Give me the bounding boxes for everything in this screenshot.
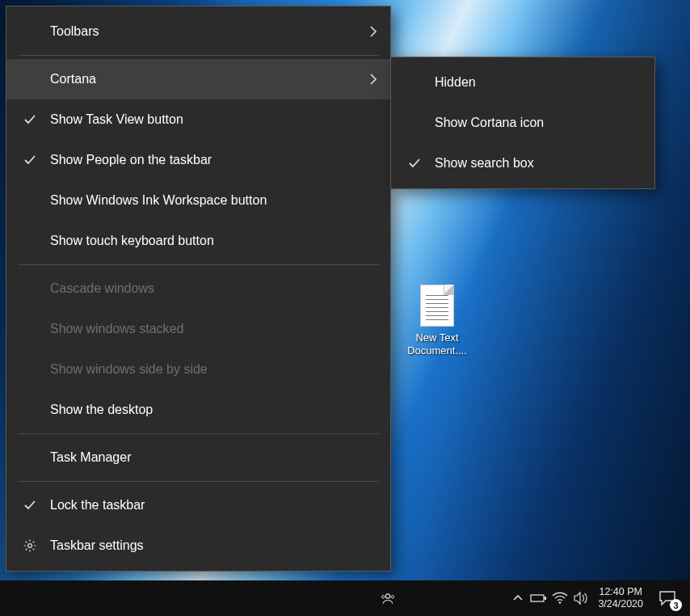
taskbar[interactable]: 12:40 PM 3/24/2020 3 <box>0 580 690 616</box>
svg-point-1 <box>385 594 389 598</box>
check-icon <box>406 154 423 172</box>
check-icon <box>21 111 39 129</box>
clock-date: 3/24/2020 <box>598 598 643 610</box>
menu-item-cortana[interactable]: Cortana <box>6 59 390 99</box>
submenu-item-show-search-box[interactable]: Show search box <box>391 143 654 184</box>
menu-item-label: Show the desktop <box>50 403 153 417</box>
notification-count-badge: 3 <box>670 599 682 611</box>
submenu-item-show-cortana-icon[interactable]: Show Cortana icon <box>391 103 654 143</box>
svg-rect-5 <box>545 597 546 600</box>
menu-item-label: Show Cortana icon <box>435 116 544 130</box>
svg-point-3 <box>391 596 393 598</box>
svg-rect-4 <box>531 595 544 601</box>
menu-item-label: Toolbars <box>50 24 99 39</box>
submenu-item-hidden[interactable]: Hidden <box>391 62 654 103</box>
menu-item-label: Show Windows Ink Workspace button <box>50 193 267 208</box>
menu-item-cascade-windows: Cascade windows <box>6 268 390 309</box>
menu-item-label: Show windows side by side <box>50 362 208 377</box>
cortana-submenu: Hidden Show Cortana icon Show search box <box>390 57 655 189</box>
gear-icon <box>21 537 39 555</box>
chevron-right-icon <box>368 26 379 37</box>
wifi-icon[interactable] <box>549 580 570 616</box>
text-document-icon <box>420 285 454 327</box>
battery-icon[interactable] <box>528 580 549 616</box>
menu-item-task-manager[interactable]: Task Manager <box>6 437 390 478</box>
taskbar-context-menu: Toolbars Cortana Show Task View button S… <box>6 6 391 572</box>
svg-point-6 <box>559 601 562 604</box>
menu-item-show-the-desktop[interactable]: Show the desktop <box>6 390 390 430</box>
menu-item-show-touch-keyboard[interactable]: Show touch keyboard button <box>6 221 390 261</box>
menu-item-label: Lock the taskbar <box>50 498 145 513</box>
menu-item-label: Show People on the taskbar <box>50 153 212 167</box>
desktop-file-label: New Text Document.... <box>400 331 474 357</box>
menu-item-show-windows-side-by-side: Show windows side by side <box>6 349 390 390</box>
menu-item-label: Show search box <box>435 156 534 171</box>
check-icon <box>21 496 39 514</box>
svg-point-0 <box>28 544 32 548</box>
svg-point-2 <box>382 596 385 598</box>
menu-item-show-windows-stacked: Show windows stacked <box>6 309 390 349</box>
menu-item-show-people[interactable]: Show People on the taskbar <box>6 140 390 180</box>
separator <box>18 55 379 56</box>
menu-item-lock-the-taskbar[interactable]: Lock the taskbar <box>6 485 390 525</box>
separator <box>18 264 379 265</box>
system-tray: 12:40 PM 3/24/2020 3 <box>507 580 685 616</box>
menu-item-label: Hidden <box>435 75 476 90</box>
menu-item-label: Show Task View button <box>50 112 183 127</box>
menu-item-show-ink[interactable]: Show Windows Ink Workspace button <box>6 180 390 221</box>
menu-item-label: Cascade windows <box>50 281 154 296</box>
menu-item-label: Show touch keyboard button <box>50 234 214 248</box>
menu-item-taskbar-settings[interactable]: Taskbar settings <box>6 525 390 566</box>
separator <box>18 481 379 482</box>
menu-item-label: Task Manager <box>50 450 132 465</box>
desktop-file-new-text-document[interactable]: New Text Document.... <box>400 285 474 357</box>
check-icon <box>21 151 39 169</box>
menu-item-label: Cortana <box>50 72 96 86</box>
menu-item-toolbars[interactable]: Toolbars <box>6 11 390 52</box>
tray-overflow-button[interactable] <box>507 580 528 616</box>
volume-icon[interactable] <box>570 580 591 616</box>
clock-time: 12:40 PM <box>599 586 642 598</box>
taskbar-clock[interactable]: 12:40 PM 3/24/2020 <box>591 580 650 616</box>
menu-item-show-task-view[interactable]: Show Task View button <box>6 99 390 140</box>
menu-item-label: Show windows stacked <box>50 322 183 336</box>
action-center-button[interactable]: 3 <box>650 580 685 616</box>
menu-item-label: Taskbar settings <box>50 538 144 553</box>
people-taskbar-button[interactable] <box>377 580 399 616</box>
chevron-right-icon <box>368 74 379 85</box>
separator <box>18 433 379 434</box>
